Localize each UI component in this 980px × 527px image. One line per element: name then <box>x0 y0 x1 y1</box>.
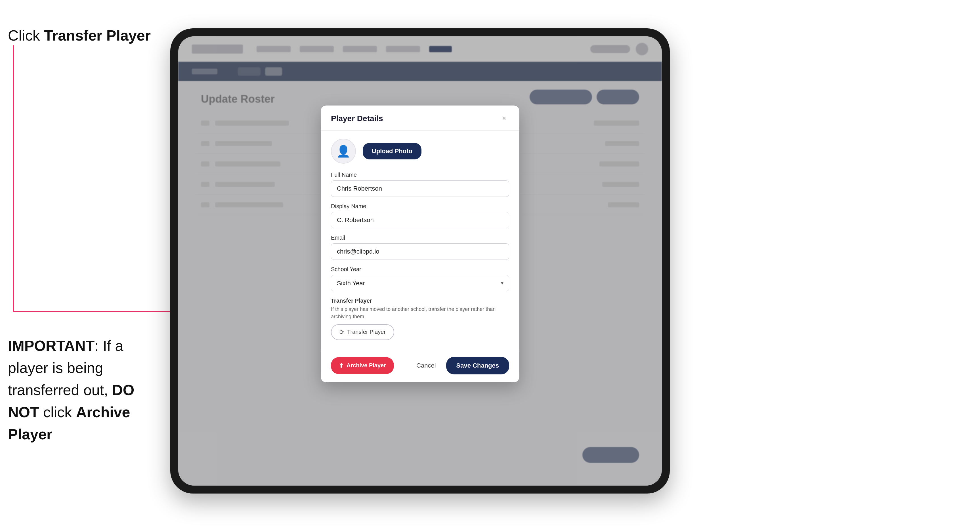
email-input[interactable] <box>331 243 509 260</box>
transfer-section-label: Transfer Player <box>331 298 509 304</box>
avatar-placeholder: 👤 <box>331 139 356 163</box>
full-name-group: Full Name <box>331 171 509 197</box>
cancel-button[interactable]: Cancel <box>410 357 441 375</box>
modal-header: Player Details × <box>321 105 519 131</box>
arrow-vertical <box>13 45 14 312</box>
instruction-top: Click Transfer Player <box>8 27 151 44</box>
full-name-label: Full Name <box>331 171 509 178</box>
instruction-bottom: IMPORTANT: If a player is being transfer… <box>8 335 167 445</box>
modal-footer: ⬆ Archive Player Cancel Save Changes <box>321 351 519 383</box>
archive-icon: ⬆ <box>339 362 344 369</box>
email-group: Email <box>331 235 509 260</box>
transfer-player-section: Transfer Player If this player has moved… <box>331 298 509 340</box>
school-year-group: School Year First Year Second Year Third… <box>331 266 509 291</box>
email-label: Email <box>331 235 509 241</box>
archive-btn-label: Archive Player <box>347 362 386 369</box>
save-changes-button[interactable]: Save Changes <box>446 357 509 375</box>
upload-photo-button[interactable]: Upload Photo <box>363 143 422 159</box>
player-details-modal: Player Details × 👤 Upload Photo Full Nam <box>321 105 519 382</box>
display-name-input[interactable] <box>331 212 509 229</box>
ipad-frame: Update Roster <box>170 29 670 494</box>
ipad-screen: Update Roster <box>178 36 662 486</box>
transfer-icon: ⟳ <box>339 329 344 335</box>
school-year-select[interactable]: First Year Second Year Third Year Fourth… <box>331 275 509 291</box>
display-name-label: Display Name <box>331 203 509 210</box>
full-name-input[interactable] <box>331 180 509 197</box>
archive-player-button[interactable]: ⬆ Archive Player <box>331 357 394 374</box>
important-label: IMPORTANT <box>8 338 94 354</box>
photo-section: 👤 Upload Photo <box>331 139 509 163</box>
school-year-label: School Year <box>331 266 509 273</box>
transfer-player-button[interactable]: ⟳ Transfer Player <box>331 324 394 340</box>
avatar-icon: 👤 <box>336 144 350 158</box>
instruction-prefix: Click <box>8 27 44 44</box>
modal-body: 👤 Upload Photo Full Name Display Name <box>321 131 519 351</box>
transfer-btn-label: Transfer Player <box>347 329 386 335</box>
modal-overlay: Player Details × 👤 Upload Photo Full Nam <box>178 36 662 486</box>
transfer-description: If this player has moved to another scho… <box>331 306 509 320</box>
modal-title: Player Details <box>331 114 383 123</box>
modal-close-button[interactable]: × <box>499 113 509 124</box>
instruction-highlight: Transfer Player <box>44 27 151 44</box>
display-name-group: Display Name <box>331 203 509 229</box>
school-year-select-wrapper: First Year Second Year Third Year Fourth… <box>331 275 509 291</box>
instruction-text2: click <box>39 404 76 421</box>
